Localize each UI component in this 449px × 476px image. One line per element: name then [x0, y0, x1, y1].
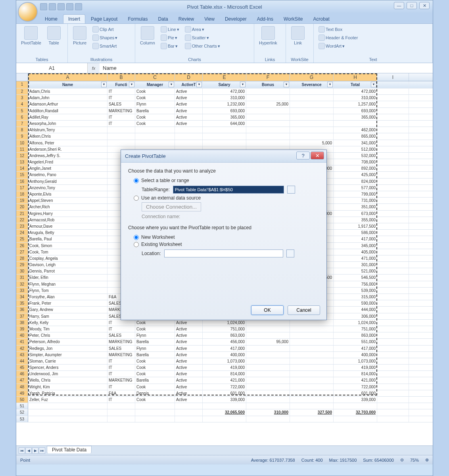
radio-new-worksheet[interactable]: New Worksheet — [134, 234, 319, 240]
cell[interactable]: Anzevino,Tony — [28, 185, 107, 191]
cell[interactable] — [290, 371, 334, 377]
name-box[interactable]: A1 — [16, 63, 88, 73]
cell[interactable]: 532,000 — [334, 153, 377, 159]
cell[interactable]: Cook — [135, 358, 175, 364]
cell[interactable]: 32,065,500 — [203, 409, 246, 415]
cell[interactable]: 644,000 — [203, 121, 246, 127]
cell[interactable] — [334, 403, 377, 409]
table-row[interactable]: 38Kelly, KellyITCookActive1,024,0001,024… — [16, 320, 433, 326]
cell[interactable]: Peterson, Alfredo — [28, 339, 107, 345]
cell[interactable] — [28, 409, 107, 415]
cell[interactable] — [135, 403, 175, 409]
header-cell[interactable]: Total▾ — [334, 81, 377, 88]
header-cell[interactable]: Severance▾ — [290, 81, 334, 88]
cell[interactable]: 310,000 — [203, 95, 246, 101]
cell[interactable]: 5,000 — [290, 140, 334, 146]
cell[interactable]: Cook — [135, 371, 175, 377]
clipart-button[interactable]: Clip Art — [91, 25, 119, 33]
cell[interactable]: Spencer, Anders — [28, 365, 107, 370]
cell[interactable] — [246, 114, 290, 120]
table-row[interactable]: 48Wright, KimITCookActive722,000722,000 — [16, 384, 433, 390]
cell[interactable]: 471,000 — [334, 255, 377, 261]
cell[interactable]: IT — [107, 121, 135, 127]
row-header[interactable]: 28 — [16, 255, 28, 261]
cell[interactable]: Gary, Andrew — [28, 307, 107, 313]
close-button[interactable]: ✕ — [419, 2, 430, 9]
col-header-D[interactable]: D — [175, 73, 203, 81]
table-row[interactable]: 4Adamson,ArthurSALESFlynnActive1,232,000… — [16, 101, 433, 107]
cell[interactable]: 405,000 — [334, 249, 377, 255]
qat-redo-icon[interactable] — [58, 3, 65, 10]
table-row[interactable]: 3Adam,JohnITCookActive310,000310,000 — [16, 95, 433, 101]
cell[interactable] — [246, 133, 290, 139]
row-header[interactable]: 38 — [16, 320, 28, 326]
qat-save-icon[interactable] — [40, 3, 47, 10]
row-header[interactable]: 5 — [16, 108, 28, 114]
cell[interactable]: Active — [175, 101, 203, 107]
cell[interactable] — [246, 390, 290, 396]
cell[interactable]: Adamson,Arthur — [28, 101, 107, 107]
tab-review[interactable]: Review — [174, 15, 199, 23]
cell[interactable] — [377, 236, 409, 242]
wordart-button[interactable]: WordArt ▾ — [317, 42, 359, 50]
filter-icon[interactable]: ▾ — [327, 82, 333, 87]
cell[interactable] — [377, 339, 409, 345]
cell[interactable] — [377, 114, 409, 120]
cell[interactable]: 419,000 — [203, 365, 246, 370]
radio-existing-worksheet[interactable]: Existing Worksheet — [134, 242, 319, 247]
cell[interactable]: Anglin,Janet — [28, 165, 107, 171]
cell[interactable] — [246, 352, 290, 358]
row-header[interactable]: 25 — [16, 236, 28, 242]
cell[interactable] — [377, 403, 409, 409]
cell[interactable] — [377, 274, 409, 280]
cell[interactable]: Adam,Chris — [28, 88, 107, 94]
cell[interactable] — [290, 365, 334, 370]
cell[interactable]: 693,000 — [334, 108, 377, 114]
cell[interactable] — [377, 358, 409, 364]
cell[interactable]: Flynn, Tom — [28, 288, 107, 294]
cell[interactable] — [175, 133, 203, 139]
cell[interactable] — [290, 377, 334, 383]
cell[interactable] — [377, 262, 409, 268]
dialog-title-bar[interactable]: Create PivotTable ? ✕ — [121, 150, 326, 163]
tab-insert[interactable]: Insert — [63, 14, 85, 23]
row-header[interactable]: 53 — [16, 416, 28, 422]
cell[interactable]: IT — [107, 365, 135, 370]
cell[interactable] — [377, 409, 409, 415]
cell[interactable]: Adam,John — [28, 95, 107, 101]
table-row[interactable]: 8Ahlstrum,Terry462,000 — [16, 127, 433, 133]
table-row[interactable]: 44Sloman, CarrieITCookActive1,073,0001,0… — [16, 358, 433, 365]
worksite-link-button[interactable]: Link — [289, 25, 307, 46]
cell[interactable]: Andrews,Jeffry S. — [28, 153, 107, 159]
cell[interactable]: 25,000 — [246, 101, 290, 107]
range-picker-icon[interactable] — [287, 186, 295, 194]
row-header[interactable]: 20 — [16, 204, 28, 210]
cell[interactable] — [135, 140, 175, 146]
cell[interactable]: 462,000 — [334, 127, 377, 133]
cell[interactable]: 814,000 — [203, 371, 246, 377]
cell[interactable] — [28, 416, 107, 422]
col-header-C[interactable]: C — [135, 73, 175, 81]
cell[interactable] — [290, 133, 334, 139]
cell[interactable] — [290, 121, 334, 127]
cell[interactable] — [135, 416, 175, 422]
cell[interactable]: Cook — [135, 365, 175, 370]
row-header[interactable]: 52 — [16, 409, 28, 415]
cell[interactable] — [175, 140, 203, 146]
cell[interactable] — [377, 172, 409, 178]
table-row[interactable]: 9Aitken,Chris865,000 — [16, 133, 433, 140]
cell[interactable]: 601,000 — [334, 390, 377, 396]
cell[interactable]: Active — [175, 371, 203, 377]
cell[interactable]: Argires,Harry — [28, 211, 107, 217]
cell[interactable]: Barella, Paul — [28, 236, 107, 242]
row-header[interactable]: 43 — [16, 352, 28, 358]
row-header[interactable]: 41 — [16, 339, 28, 345]
table-row[interactable]: 50Zeller, FuzITCookActive339,000339,000 — [16, 397, 433, 403]
table-row[interactable]: 43Simpter, AsumpterMARKETINGBarellaActiv… — [16, 352, 433, 358]
row-header[interactable]: 34 — [16, 294, 28, 300]
cell[interactable] — [246, 88, 290, 94]
cell[interactable] — [334, 121, 377, 127]
cell[interactable] — [246, 365, 290, 370]
pivottable-button[interactable]: PivotTable — [19, 25, 43, 46]
cell[interactable]: Active — [175, 339, 203, 345]
